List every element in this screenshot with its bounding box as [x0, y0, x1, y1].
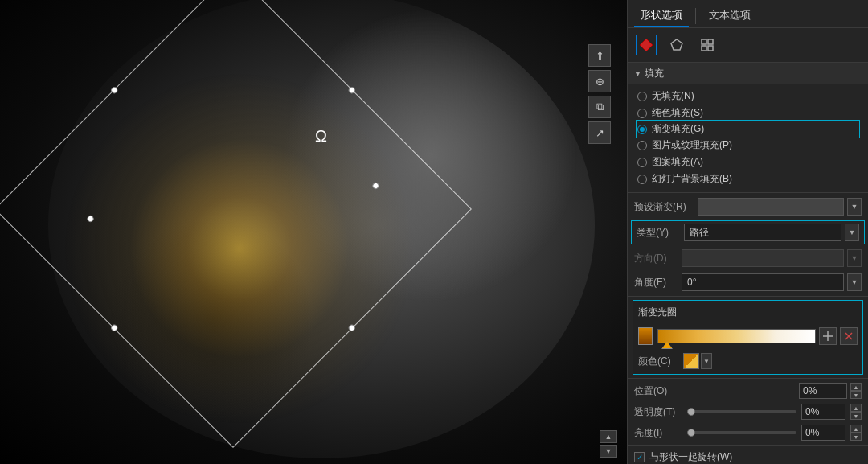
radio-none[interactable]: 无填充(N) — [637, 88, 858, 105]
brightness-input[interactable] — [801, 425, 845, 441]
transparency-up-btn[interactable]: ▲ — [850, 404, 862, 412]
panel-content: ▼ 填充 无填充(N) 纯色填充(S) 渐变填充(G) 图片或纹理填充(P) — [628, 63, 868, 464]
toolbar-icons: ⇑ ⊕ ⧉ ↗ — [588, 44, 611, 144]
control-point-top-right[interactable] — [371, 181, 380, 190]
radio-solid[interactable]: 纯色填充(S) — [637, 105, 858, 121]
radio-circle-pattern — [637, 158, 647, 167]
radio-label-gradient: 渐变填充(G) — [652, 122, 704, 136]
layout-icon — [700, 38, 714, 52]
radio-circle-solid — [637, 109, 647, 118]
radio-group: 无填充(N) 纯色填充(S) 渐变填充(G) 图片或纹理填充(P) 图案填充(A… — [628, 84, 868, 191]
divider1 — [628, 192, 868, 193]
color-swatch[interactable] — [683, 353, 699, 369]
angle-value-display: 0° — [682, 273, 844, 291]
gradient-light-title: 渐变光圈 — [638, 306, 858, 319]
radio-label-solid: 纯色填充(S) — [652, 106, 703, 120]
rotate-with-shape-label: 与形状一起旋转(W) — [649, 450, 732, 464]
gradient-bar — [657, 329, 816, 343]
brightness-down-btn[interactable]: ▼ — [850, 433, 862, 441]
preset-gradient-dropdown[interactable]: ▼ — [847, 198, 862, 216]
arrow-up-button[interactable]: ▲ — [600, 430, 617, 443]
transparency-track[interactable] — [687, 410, 796, 413]
cursor-icon: Ω — [315, 127, 327, 146]
brightness-spinner: ▲ ▼ — [850, 425, 862, 441]
type-dropdown[interactable]: ▼ — [845, 224, 859, 241]
svg-rect-2 — [702, 39, 706, 44]
arrow-down-button[interactable]: ▼ — [600, 445, 617, 458]
section-fill-header[interactable]: ▼ 填充 — [628, 63, 868, 84]
divider2 — [628, 296, 868, 297]
add-stop-icon — [822, 331, 833, 342]
panel-tabs: 形状选项 文本选项 — [628, 0, 868, 28]
svg-rect-3 — [708, 39, 713, 44]
brightness-thumb[interactable] — [687, 429, 695, 437]
shape-icon-button[interactable] — [666, 35, 687, 55]
direction-label: 方向(D) — [634, 252, 678, 265]
control-point-bottom-left[interactable] — [86, 214, 95, 223]
section-fill-label: 填充 — [645, 67, 664, 80]
rotate-with-shape-row: 与形状一起旋转(W) — [628, 447, 868, 464]
fill-icon — [639, 38, 653, 52]
preset-gradient-label: 预设渐变(R) — [634, 200, 694, 214]
position-input[interactable] — [799, 383, 847, 399]
angle-label: 角度(E) — [634, 276, 678, 289]
color-dropdown-btn[interactable]: ▼ — [701, 353, 712, 369]
scroll-up-button[interactable]: ⇑ — [588, 44, 611, 67]
tab-text-options[interactable]: 文本选项 — [702, 5, 757, 27]
radio-slidebackground[interactable]: 幻灯片背景填充(B) — [637, 170, 858, 187]
preset-gradient-swatch[interactable] — [698, 198, 844, 216]
icons-row — [628, 28, 868, 63]
transparency-spinner: ▲ ▼ — [850, 404, 862, 420]
brightness-up-btn[interactable]: ▲ — [850, 425, 862, 433]
gradient-left-thumb[interactable] — [638, 324, 654, 348]
section-arrow: ▼ — [634, 70, 641, 78]
brightness-row: 亮度(I) ▲ ▼ — [628, 422, 868, 443]
right-panel: 形状选项 文本选项 ▼ 填充 — [627, 0, 868, 464]
brightness-label: 亮度(I) — [634, 426, 682, 440]
gradient-remove-btn[interactable] — [840, 327, 858, 345]
gradient-pointer — [662, 342, 672, 348]
gradient-light-section: 渐变光圈 — [633, 300, 863, 375]
divider4 — [628, 445, 868, 446]
transparency-down-btn[interactable]: ▼ — [850, 412, 862, 420]
direction-dropdown[interactable]: ▼ — [847, 249, 862, 267]
radio-circle-gradient — [637, 125, 647, 134]
transparency-thumb[interactable] — [687, 408, 695, 416]
gradient-bar-wrap[interactable] — [657, 324, 816, 348]
preset-gradient-row: 预设渐变(R) ▼ — [628, 195, 868, 219]
layout-icon-button[interactable] — [697, 35, 718, 55]
expand-button[interactable]: ↗ — [588, 121, 611, 144]
tab-divider — [695, 8, 696, 24]
rotate-with-shape-checkbox[interactable] — [634, 452, 645, 462]
tab-shape-options[interactable]: 形状选项 — [634, 5, 689, 27]
angle-dropdown[interactable]: ▼ — [847, 273, 862, 291]
brightness-track[interactable] — [687, 431, 796, 434]
fill-icon-button[interactable] — [636, 35, 657, 55]
gradient-add-btn[interactable] — [819, 327, 837, 345]
radio-label-picture: 图片或纹理填充(P) — [652, 138, 732, 152]
type-row: 类型(Y) 路径 ▼ — [631, 220, 865, 244]
svg-marker-1 — [671, 39, 682, 50]
color-row-label: 颜色(C) — [638, 355, 680, 368]
svg-marker-0 — [640, 39, 653, 51]
divider3 — [628, 378, 868, 379]
transparency-row: 透明度(T) ▲ ▼ — [628, 401, 868, 422]
type-label: 类型(Y) — [637, 226, 681, 240]
radio-label-slidebackground: 幻灯片背景填充(B) — [652, 172, 732, 186]
transparency-input[interactable] — [801, 404, 845, 420]
position-spinner: ▲ ▼ — [850, 383, 862, 399]
direction-control[interactable] — [682, 249, 844, 267]
position-up-btn[interactable]: ▲ — [850, 383, 862, 391]
shape-icon — [669, 38, 684, 52]
radio-pattern[interactable]: 图案填充(A) — [637, 154, 858, 170]
radio-circle-none — [637, 92, 647, 101]
fit-button[interactable]: ⊕ — [588, 70, 611, 92]
copy-button[interactable]: ⧉ — [588, 96, 611, 118]
radio-circle-picture — [637, 141, 647, 150]
position-down-btn[interactable]: ▼ — [850, 391, 862, 399]
radio-gradient[interactable]: 渐变填充(G) — [637, 121, 858, 137]
radio-picture[interactable]: 图片或纹理填充(P) — [637, 137, 858, 154]
transparency-label: 透明度(T) — [634, 405, 682, 419]
canvas-area: Ω ⇑ ⊕ ⧉ ↗ ▲ ▼ — [0, 0, 627, 464]
svg-rect-5 — [708, 46, 713, 51]
